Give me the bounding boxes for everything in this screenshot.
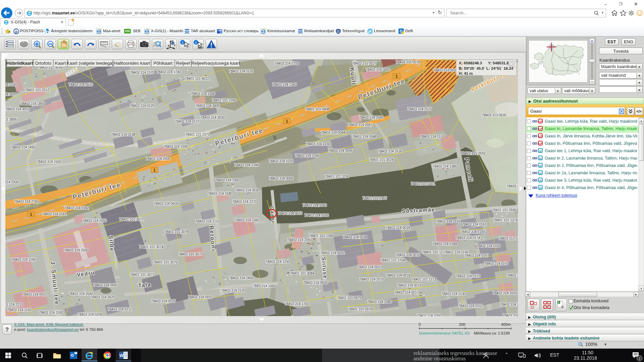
svg-text:X: X [168, 44, 170, 47]
svg-text:i: i [195, 40, 196, 44]
svg-text:p: p [15, 29, 17, 34]
svg-text:Y: Y [174, 44, 176, 47]
svg-text:META: META [198, 47, 203, 49]
svg-text:i: i [182, 40, 183, 44]
